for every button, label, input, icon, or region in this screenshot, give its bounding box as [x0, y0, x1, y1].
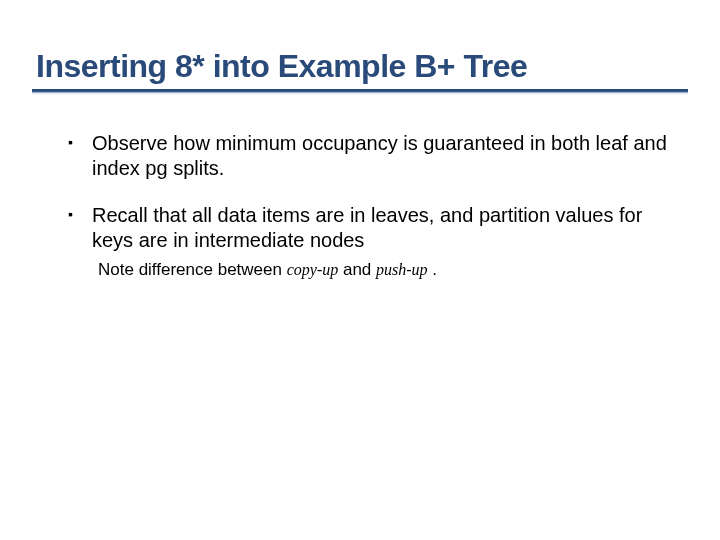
bullet-item: ▪ Recall that all data items are in leav… — [68, 203, 688, 281]
note-prefix: Note difference between — [98, 260, 287, 279]
slide: Inserting 8* into Example B+ Tree ▪ Obse… — [0, 0, 720, 540]
note-mid: and — [338, 260, 376, 279]
bullet-list: ▪ Observe how minimum occupancy is guara… — [32, 131, 688, 281]
title-underline — [32, 89, 688, 95]
term-copy-up: copy-up — [287, 261, 339, 278]
note-suffix: . — [428, 260, 437, 279]
square-bullet-icon: ▪ — [68, 203, 92, 281]
bullet-body: Observe how minimum occupancy is guarant… — [92, 131, 688, 181]
slide-title: Inserting 8* into Example B+ Tree — [32, 48, 688, 85]
term-push-up: push-up — [376, 261, 428, 278]
bullet-subnote: Note difference between copy-up and push… — [98, 259, 688, 281]
bullet-text: Observe how minimum occupancy is guarant… — [92, 131, 688, 181]
bullet-text: Recall that all data items are in leaves… — [92, 203, 688, 253]
bullet-body: Recall that all data items are in leaves… — [92, 203, 688, 281]
bullet-item: ▪ Observe how minimum occupancy is guara… — [68, 131, 688, 181]
square-bullet-icon: ▪ — [68, 131, 92, 181]
